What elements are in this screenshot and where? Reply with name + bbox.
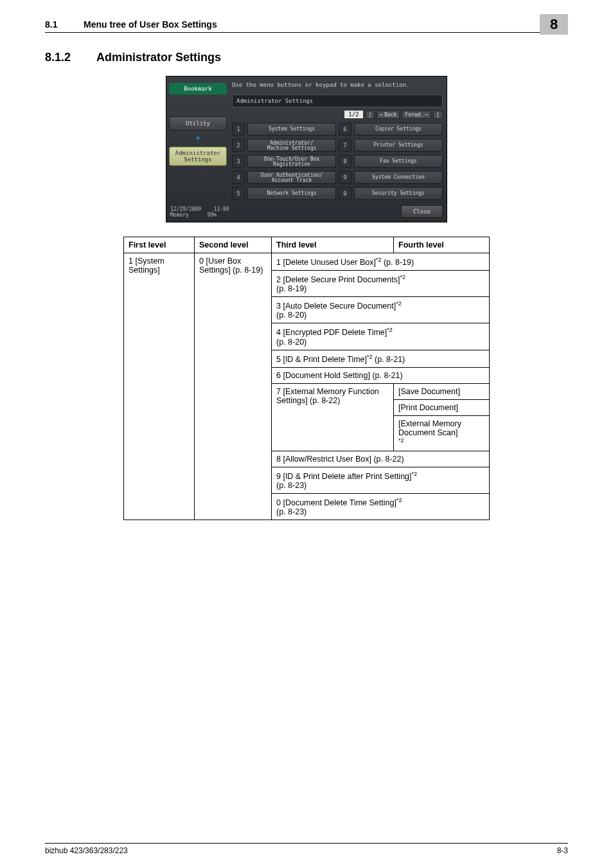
admin-tab-line2: Settings [184,156,211,163]
utility-tab[interactable]: Utility [169,116,227,131]
row-external-memory-doc-scan: [External Memory Document Scan]*2 [394,415,490,451]
option-num-3: 3 [232,155,245,168]
system-settings-button[interactable]: System Settings [247,123,336,136]
section-num: 8.1.2 [45,51,96,64]
header-section-num: 8.1 [45,19,84,30]
option-num-9: 9 [339,171,351,184]
option-num-5: 5 [232,187,245,200]
menu-tree-table: First level Second level Third level Fou… [123,237,490,520]
row-id-print-delete-after-print: 9 [ID & Print Delete after Print Setting… [272,467,490,493]
option-num-2: 2 [232,139,245,152]
col-first-level: First level [124,237,195,253]
administrator-settings-tab[interactable]: Administrator Settings [169,147,227,166]
page-back-button[interactable]: ←Back [377,111,400,119]
system-connection-button[interactable]: System Connection [354,171,443,184]
option-num-4: 4 [232,171,245,184]
option-num-6: 6 [339,123,351,136]
printer-settings-button[interactable]: Printer Settings [354,139,443,152]
col-third-level: Third level [272,237,394,253]
close-button[interactable]: Close [401,205,443,218]
bookmark-tab[interactable]: Bookmark [169,83,227,95]
forward-label: Forwd. [405,112,423,118]
row-document-hold-setting: 6 [Document Hold Setting] (p. 8-21) [272,367,490,383]
footer-model: bizhub 423/363/283/223 [45,846,128,855]
down-arrow-icon: ▼ [169,134,227,143]
hint-text: Use the menu buttons or keypad to make a… [232,80,443,88]
section-title: Administrator Settings [96,51,221,64]
col-fourth-level: Fourth level [394,237,490,253]
status-area: 12/29/2009 13:09 Memory 99% [170,206,229,218]
panel-title: Administrator Settings [232,95,443,107]
running-header: 8.1 Menu tree of User Box Settings [45,19,568,33]
section-heading: 8.1.2 Administrator Settings [45,51,568,64]
footer-page-num: 8-3 [557,846,568,855]
network-settings-button[interactable]: Network Settings [247,187,336,200]
security-settings-button[interactable]: Security Settings [354,187,443,200]
row-allow-restrict-user-box: 8 [Allow/Restrict User Box] (p. 8-22) [272,451,490,467]
row-delete-secure-print-docs: 2 [Delete Secure Print Documents]*2(p. 8… [272,271,490,297]
page-first-button[interactable]: | [366,111,375,119]
bar-icon: | [436,112,440,118]
page-forward-button[interactable]: Forwd.→ [402,111,431,119]
left-arrow-icon: ← [380,112,383,118]
row-id-print-delete-time: 5 [ID & Print Delete Time]*2 (p. 8-21) [272,350,490,367]
copier-settings-button[interactable]: Copier Settings [354,123,443,136]
row-delete-unused-user-box: 1 [Delete Unused User Box]*2 (p. 8-19) [272,253,490,271]
chapter-badge: 8 [540,14,568,35]
option-num-0: 0 [339,187,351,200]
option-num-1: 1 [232,123,245,136]
row-auto-delete-secure-doc: 3 [Auto Delete Secure Document]*2(p. 8-2… [272,297,490,323]
status-mem-value: 99% [208,212,217,218]
back-label: Back [384,112,396,118]
col-second-level: Second level [195,237,272,253]
option-num-7: 7 [339,139,351,152]
admin-tab-line1: Administrator [175,150,220,156]
header-section-title: Menu tree of User Box Settings [84,19,568,30]
bar-icon: | [369,112,372,118]
page-indicator: 1/2 [344,110,363,119]
fax-settings-button[interactable]: Fax Settings [354,155,443,168]
row-external-memory-function: 7 [External Memory Function Settings] (p… [272,383,394,451]
status-mem-label: Memory [170,212,189,218]
status-date: 12/29/2009 [170,206,201,212]
status-time: 13:09 [213,206,229,212]
one-touch-user-box-button[interactable]: One-Touch/User BoxRegistration [247,155,336,168]
first-level-cell: 1 [System Settings] [124,253,195,520]
row-encrypted-pdf-delete-time: 4 [Encrypted PDF Delete Time]*2(p. 8-20) [272,323,490,350]
page-footer: bizhub 423/363/283/223 8-3 [45,843,568,855]
user-auth-account-track-button[interactable]: User Authentication/Account Track [247,171,336,184]
page-last-button[interactable]: | [433,111,443,119]
row-print-document: [Print Document] [394,399,490,415]
option-num-8: 8 [339,155,351,168]
row-document-delete-time-setting: 0 [Document Delete Time Setting]*2(p. 8-… [272,494,490,520]
admin-machine-settings-button[interactable]: Administrator/Machine Settings [247,139,336,152]
second-level-cell: 0 [User Box Settings] (p. 8-19) [195,253,272,520]
admin-settings-screenshot: Bookmark Utility ▼ Administrator Setting… [166,76,447,222]
row-save-document: [Save Document] [394,383,490,399]
right-arrow-icon: → [425,112,428,118]
